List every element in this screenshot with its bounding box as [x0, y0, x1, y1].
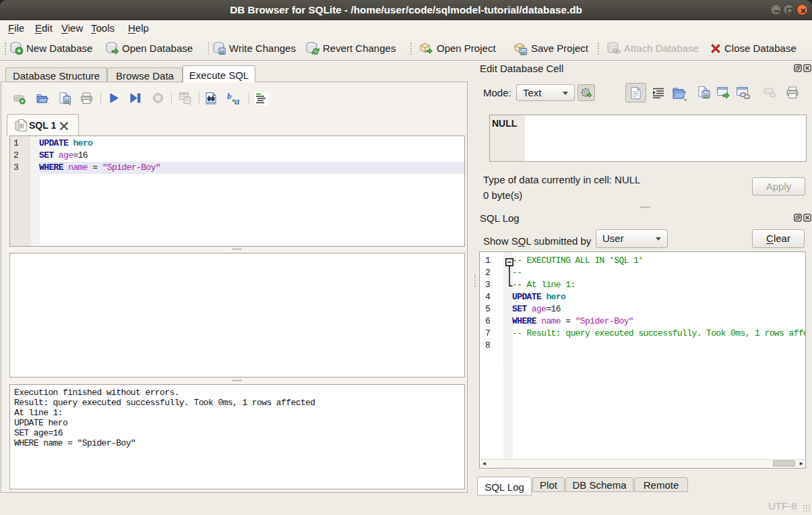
svg-text:b: b	[227, 91, 232, 101]
